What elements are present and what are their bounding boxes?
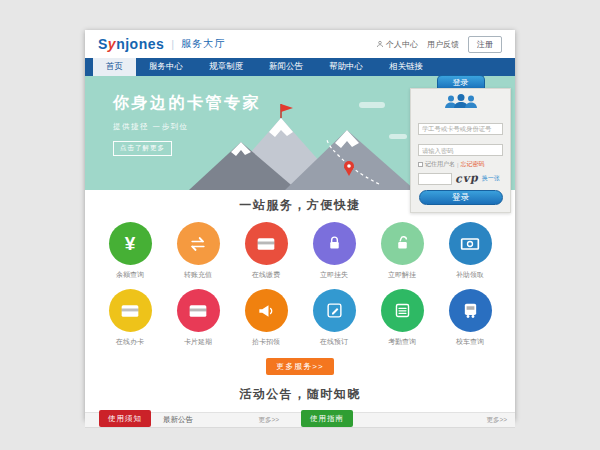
logo-text: S <box>98 36 108 52</box>
unlock-icon[interactable] <box>381 222 424 265</box>
nav-item-home[interactable]: 首页 <box>93 58 136 76</box>
service-balance[interactable]: ¥ 余额查询 <box>96 222 164 280</box>
nav-item-news[interactable]: 新闻公告 <box>256 58 316 76</box>
announcements-section: 活动公告，随时知晓 使用须知 最新公告 更多>> 使用指南 更多>> <box>85 386 515 428</box>
service-label: 考勤查询 <box>368 337 436 347</box>
forgot-password-link[interactable]: 忘记密码 <box>461 160 485 169</box>
bank-card-icon[interactable] <box>109 289 152 332</box>
service-label: 余额查询 <box>96 270 164 280</box>
banknote-icon[interactable] <box>449 222 492 265</box>
bank-card-icon[interactable] <box>245 222 288 265</box>
transfer-arrows-icon[interactable] <box>177 222 220 265</box>
nav-item-help[interactable]: 帮助中心 <box>316 58 376 76</box>
service-label: 在线缴费 <box>232 270 300 280</box>
login-tab[interactable]: 登录 <box>437 75 485 88</box>
page-card: Synjones | 服务大厅 个人中心 用户反馈 注册 首页 服务中心 规章制… <box>85 30 515 420</box>
announcement-tabs-bar: 使用须知 最新公告 更多>> 使用指南 更多>> <box>85 412 515 428</box>
banner-text: 你身边的卡管专家 提供捷径 一步到位 点击了解更多 <box>113 93 261 156</box>
service-label: 补助领取 <box>436 270 504 280</box>
service-lost-found-card[interactable]: 拾卡招领 <box>232 289 300 347</box>
login-form: 记住用户名 | 忘记密码 cvp 换一张 登录 <box>410 88 511 213</box>
nav-item-service-center[interactable]: 服务中心 <box>136 58 196 76</box>
service-pay-online[interactable]: 在线缴费 <box>232 222 300 280</box>
service-attendance[interactable]: 考勤查询 <box>368 289 436 347</box>
nav-item-rules[interactable]: 规章制度 <box>196 58 256 76</box>
service-label: 校车查询 <box>436 337 504 347</box>
service-label: 立即解挂 <box>368 270 436 280</box>
login-panel: 登录 记住用户名 | 忘记密码 cvp 换一张 <box>410 75 511 213</box>
logo[interactable]: Synjones <box>98 36 164 52</box>
guide-panel-tabs: 使用指南 更多>> <box>299 413 515 427</box>
banner-cta-button[interactable]: 点击了解更多 <box>113 141 172 156</box>
header-right: 个人中心 用户反馈 注册 <box>376 36 502 53</box>
service-card-extension[interactable]: 卡片延期 <box>164 289 232 347</box>
tab-usage-notice[interactable]: 使用须知 <box>99 410 151 427</box>
megaphone-icon[interactable] <box>245 289 288 332</box>
guide-more-link[interactable]: 更多>> <box>486 416 507 425</box>
user-icon <box>376 40 384 48</box>
service-label: 在线预订 <box>300 337 368 347</box>
list-icon[interactable] <box>381 289 424 332</box>
services-section: 一站服务，方便快捷 ¥ 余额查询 转账充值 在线缴费 <box>85 190 515 375</box>
service-label: 在线办卡 <box>96 337 164 347</box>
register-button[interactable]: 注册 <box>468 36 502 53</box>
bank-card-icon[interactable] <box>177 289 220 332</box>
services-row-1: ¥ 余额查询 转账充值 在线缴费 立即挂失 <box>85 222 515 280</box>
captcha-image[interactable]: cvp <box>455 171 480 186</box>
nav-item-links[interactable]: 相关链接 <box>376 58 436 76</box>
login-submit-button[interactable]: 登录 <box>419 190 503 205</box>
notice-panel-tabs: 使用须知 最新公告 更多>> <box>85 413 287 427</box>
remember-row: 记住用户名 | 忘记密码 <box>418 160 503 169</box>
edit-icon[interactable] <box>313 289 356 332</box>
announcements-title: 活动公告，随时知晓 <box>85 386 515 403</box>
logo-text-2: njones <box>116 36 164 52</box>
services-row-2: 在线办卡 卡片延期 拾卡招领 在线预订 <box>85 289 515 347</box>
tab-latest-announcements[interactable]: 最新公告 <box>163 415 193 425</box>
banner-title: 你身边的卡管专家 <box>113 93 261 114</box>
lock-icon[interactable] <box>313 222 356 265</box>
hero-banner: 你身边的卡管专家 提供捷径 一步到位 点击了解更多 登录 记住用户名 | 忘记密 <box>85 76 515 190</box>
service-transfer[interactable]: 转账充值 <box>164 222 232 280</box>
account-input[interactable] <box>418 123 503 135</box>
user-feedback-link[interactable]: 用户反馈 <box>427 39 459 50</box>
more-services-button[interactable]: 更多服务>> <box>266 358 333 375</box>
remember-checkbox[interactable] <box>418 162 423 167</box>
personal-center-label: 个人中心 <box>386 39 418 50</box>
tab-user-guide[interactable]: 使用指南 <box>301 410 353 427</box>
service-online-booking[interactable]: 在线预订 <box>300 289 368 347</box>
service-school-bus[interactable]: 校车查询 <box>436 289 504 347</box>
site-name: 服务大厅 <box>181 37 225 51</box>
service-report-loss[interactable]: 立即挂失 <box>300 222 368 280</box>
captcha-row: cvp 换一张 <box>418 172 503 185</box>
personal-center-link[interactable]: 个人中心 <box>376 39 418 50</box>
main-nav: 首页 服务中心 规章制度 新闻公告 帮助中心 相关链接 <box>85 58 515 76</box>
bus-icon[interactable] <box>449 289 492 332</box>
yen-icon[interactable]: ¥ <box>109 222 152 265</box>
service-apply-card[interactable]: 在线办卡 <box>96 289 164 347</box>
password-input[interactable] <box>418 144 503 156</box>
banner-subtitle: 提供捷径 一步到位 <box>113 122 261 132</box>
remember-label: 记住用户名 <box>425 160 455 169</box>
captcha-input[interactable] <box>418 173 452 185</box>
captcha-refresh-link[interactable]: 换一张 <box>482 174 500 183</box>
users-group-icon <box>444 94 478 109</box>
service-label: 立即挂失 <box>300 270 368 280</box>
service-subsidy[interactable]: 补助领取 <box>436 222 504 280</box>
header: Synjones | 服务大厅 个人中心 用户反馈 注册 <box>85 30 515 58</box>
service-label: 转账充值 <box>164 270 232 280</box>
header-divider: | <box>171 38 174 50</box>
service-unfreeze[interactable]: 立即解挂 <box>368 222 436 280</box>
logo-bolt: y <box>108 36 116 52</box>
user-feedback-label: 用户反馈 <box>427 39 459 50</box>
service-label: 拾卡招领 <box>232 337 300 347</box>
service-label: 卡片延期 <box>164 337 232 347</box>
remember-divider: | <box>457 162 459 168</box>
notice-more-link[interactable]: 更多>> <box>259 416 280 425</box>
